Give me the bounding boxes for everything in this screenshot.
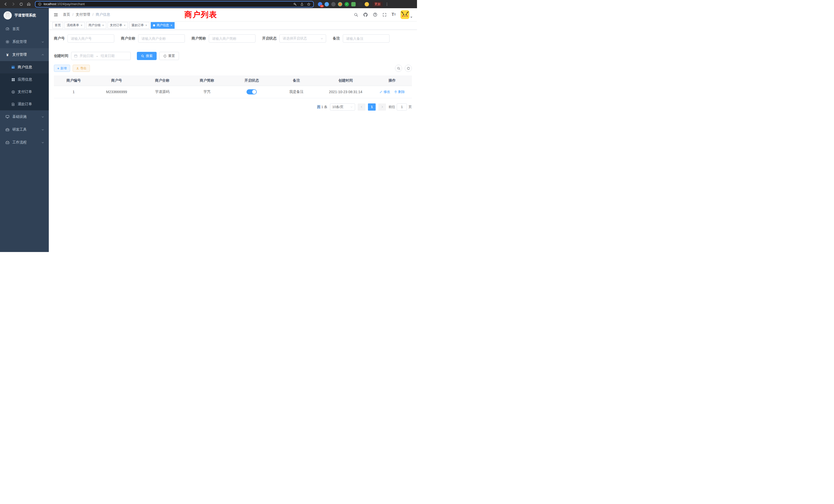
font-size-icon[interactable]: TT xyxy=(392,12,396,17)
github-icon[interactable] xyxy=(363,12,368,17)
sidebar-item-pay-orders[interactable]: 支付订单 xyxy=(0,86,49,98)
sidebar-collapse-icon[interactable] xyxy=(53,12,58,17)
help-icon[interactable] xyxy=(373,12,377,17)
app-logo[interactable]: 芋道管理系统 xyxy=(0,8,49,23)
merchant-no-input[interactable] xyxy=(68,35,114,43)
extension-check-icon[interactable]: ✓ xyxy=(345,2,349,6)
table-toolbar: + 新增 导出 xyxy=(54,65,412,72)
tab-process-form[interactable]: 流程表单× xyxy=(64,22,85,29)
sidebar-item-system[interactable]: 系统管理 xyxy=(0,36,49,48)
pagination-total: 共 1 条 xyxy=(317,105,327,109)
tab-merchant-info[interactable]: 商户信息× xyxy=(151,22,175,29)
close-icon[interactable]: × xyxy=(171,24,172,27)
extension-dark-icon[interactable] xyxy=(331,2,336,6)
chevron-down-icon xyxy=(41,41,44,43)
extension-notes-icon[interactable] xyxy=(351,2,356,6)
delete-link[interactable]: 删除 xyxy=(394,90,405,94)
extension-pin-icon[interactable] xyxy=(358,2,362,6)
close-icon[interactable]: × xyxy=(124,24,126,27)
tab-home[interactable]: 首页 xyxy=(52,22,63,29)
tab-refund-orders[interactable]: 退款订单× xyxy=(129,22,150,29)
header-search-icon[interactable] xyxy=(354,13,358,17)
toggle-search-button[interactable] xyxy=(395,65,402,72)
password-key-icon[interactable] xyxy=(293,2,297,6)
site-info-icon[interactable] xyxy=(38,2,42,6)
goto-label: 前往 xyxy=(389,105,395,109)
back-icon[interactable] xyxy=(3,1,9,7)
edit-link-label: 修改 xyxy=(383,90,390,94)
chevron-down-icon xyxy=(321,37,323,40)
browser-menu-icon[interactable]: ⋮ xyxy=(384,2,390,6)
home-icon[interactable] xyxy=(26,1,32,7)
prev-page-button[interactable] xyxy=(358,104,366,111)
close-icon[interactable]: × xyxy=(81,24,83,27)
sidebar-item-merchant-info[interactable]: 商户信息 xyxy=(0,61,49,73)
breadcrumb-home[interactable]: 首页 xyxy=(63,12,70,17)
sidebar-item-app-info[interactable]: 应用信息 xyxy=(0,73,49,86)
add-button[interactable]: + 新增 xyxy=(54,65,70,72)
extension-avatar-icon[interactable] xyxy=(338,2,342,6)
sidebar-item-workflow[interactable]: 工作流程 xyxy=(0,136,49,149)
merchant-name-input[interactable] xyxy=(138,35,185,43)
next-page-button[interactable] xyxy=(378,104,386,111)
extension-badge: 10 xyxy=(320,5,324,7)
content-area: 商户号 商户全称 商户简称 开启状态 请选择开启状态 xyxy=(49,30,417,252)
plus-icon: + xyxy=(57,66,59,70)
dashboard-icon xyxy=(5,27,10,31)
forward-icon[interactable] xyxy=(10,1,17,7)
url-bar[interactable]: localhost:1024/pay/merchant xyxy=(35,1,314,7)
merchant-short-input[interactable] xyxy=(209,35,256,43)
page-number-button[interactable]: 1 xyxy=(368,104,376,111)
app-title: 芋道管理系统 xyxy=(14,13,36,18)
close-icon[interactable]: × xyxy=(102,24,104,27)
user-menu[interactable] xyxy=(400,10,412,19)
status-toggle[interactable] xyxy=(246,89,257,94)
export-button-label: 导出 xyxy=(80,66,87,71)
sidebar-item-infra[interactable]: 基础设施 xyxy=(0,110,49,123)
sidebar-item-home[interactable]: 首页 xyxy=(0,23,49,36)
status-select[interactable]: 请选择开启状态 xyxy=(279,35,326,43)
bookmark-star-icon[interactable] xyxy=(307,2,311,6)
logo-image xyxy=(4,11,12,20)
share-icon[interactable] xyxy=(300,2,304,6)
tab-label: 流程表单 xyxy=(67,23,79,27)
document-icon xyxy=(11,102,16,106)
table-row: 1 M233666999 芋道源码 芋艿 我是备注 2021-10-23 08:… xyxy=(54,86,412,98)
tab-user-group[interactable]: 用户分组× xyxy=(86,22,106,29)
edit-link[interactable]: 修改 xyxy=(379,90,390,94)
tab-label: 用户分组 xyxy=(88,23,101,27)
cell-full-name: 芋道源码 xyxy=(140,86,184,98)
reload-icon[interactable] xyxy=(18,1,24,7)
tab-pay-orders[interactable]: 支付订单× xyxy=(108,22,128,29)
page-size-select[interactable]: 10条/页 xyxy=(330,104,355,111)
fullscreen-icon[interactable] xyxy=(382,13,387,17)
cell-create-time: 2021-10-23 08:31:14 xyxy=(319,86,373,98)
remark-label: 备注 xyxy=(333,36,340,41)
breadcrumb: 首页 / 支付管理 / 商户信息 xyxy=(63,12,110,17)
sidebar-item-label: 退款订单 xyxy=(18,102,32,107)
chevron-down-icon xyxy=(41,115,44,118)
cell-merchant-id: 1 xyxy=(54,86,93,98)
extension-drop-icon[interactable] xyxy=(325,2,329,6)
col-remark: 备注 xyxy=(274,75,319,86)
extension-grid-icon[interactable]: 10 xyxy=(318,2,322,6)
close-icon[interactable]: × xyxy=(145,24,147,27)
breadcrumb-current: 商户信息 xyxy=(96,12,110,17)
toggle-knob xyxy=(252,90,256,94)
extension-emoji-icon[interactable] xyxy=(365,2,369,6)
remark-input[interactable] xyxy=(343,35,390,43)
browser-update-button[interactable]: 更新 xyxy=(373,2,382,7)
search-button[interactable]: 搜索 xyxy=(137,52,157,60)
breadcrumb-separator: / xyxy=(72,13,73,17)
create-time-range-picker[interactable]: 开始日期 - 结束日期 xyxy=(71,52,131,60)
export-button[interactable]: 导出 xyxy=(73,65,90,72)
sidebar-item-refund-orders[interactable]: 退款订单 xyxy=(0,98,49,110)
sidebar-item-payment[interactable]: ¥ 支付管理 xyxy=(0,48,49,61)
reset-button[interactable]: 重置 xyxy=(159,52,179,60)
sidebar-item-label: 系统管理 xyxy=(12,40,27,44)
user-avatar[interactable] xyxy=(400,10,409,19)
goto-page-input[interactable] xyxy=(397,104,407,111)
refresh-table-button[interactable] xyxy=(405,65,412,72)
sidebar-item-devtools[interactable]: 研发工具 xyxy=(0,123,49,136)
breadcrumb-payment[interactable]: 支付管理 xyxy=(76,12,90,17)
